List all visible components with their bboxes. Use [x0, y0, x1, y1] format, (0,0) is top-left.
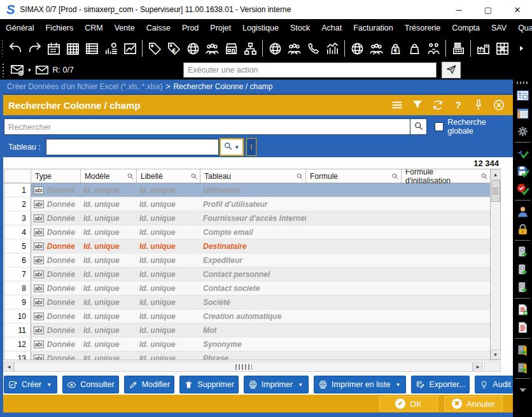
modifier-button[interactable]: Modifier: [124, 376, 174, 393]
menu-item-logistique[interactable]: Logistique: [237, 19, 284, 36]
scroll-up-icon[interactable]: ▲: [491, 169, 501, 180]
doc-icon[interactable]: [515, 320, 529, 334]
settings-gear-icon[interactable]: [515, 124, 529, 138]
list-icon[interactable]: [82, 39, 101, 57]
help-icon[interactable]: ?: [451, 99, 465, 112]
globe-icon[interactable]: [265, 39, 284, 57]
pin-icon[interactable]: [472, 99, 485, 112]
menu-item-qualit-[interactable]: Qualité: [512, 19, 532, 36]
annuler-button[interactable]: ✖Annuler: [444, 396, 503, 411]
imprimer-button[interactable]: Imprimer▼: [244, 376, 309, 393]
scroll-down-icon[interactable]: ▼: [491, 350, 501, 360]
data-table-icon[interactable]: [515, 106, 529, 120]
globe-icon[interactable]: [347, 39, 367, 57]
grid-check-icon[interactable]: [493, 39, 512, 57]
table-row[interactable]: 12abIDonnéeId. uniqueId. uniqueSynonyme: [4, 337, 490, 351]
drive-sync-icon[interactable]: [515, 280, 529, 294]
menu-item-g-n-ral[interactable]: Général: [0, 19, 39, 36]
hierarchy-icon[interactable]: [241, 39, 260, 57]
euro-bag-icon[interactable]: €: [386, 39, 405, 57]
more-down-icon[interactable]: [515, 383, 529, 397]
vertical-scroll-thumb[interactable]: [491, 180, 500, 202]
lock-icon[interactable]: [515, 222, 529, 236]
column-search-icon[interactable]: [296, 173, 304, 180]
panel-close-icon[interactable]: [492, 99, 505, 112]
trend-icon[interactable]: [120, 39, 139, 57]
menu-item-achat[interactable]: Achat: [316, 19, 347, 36]
archive-sync-icon[interactable]: [515, 360, 529, 374]
bag-icon[interactable]: [405, 39, 424, 57]
search-input[interactable]: [4, 118, 410, 135]
archive-sync-icon[interactable]: [515, 343, 529, 357]
column-header-libell-[interactable]: Libellé: [137, 169, 200, 183]
column-search-icon[interactable]: [127, 173, 134, 180]
contacts-icon[interactable]: [284, 39, 304, 57]
column-search-icon[interactable]: [190, 173, 198, 180]
table-options-button[interactable]: ⁞: [246, 138, 256, 156]
globe-icon[interactable]: [183, 39, 202, 57]
menu-item-fichiers[interactable]: Fichiers: [39, 19, 79, 36]
contacts-icon[interactable]: [367, 39, 386, 57]
minimize-button[interactable]: ─: [444, 0, 473, 19]
form-icon[interactable]: [515, 88, 529, 102]
table-row[interactable]: 1abIDonnéeId. uniqueId. uniqueUtilisateu…: [4, 183, 490, 197]
table-row[interactable]: 5abIDonnéeId. uniqueId. uniqueDestinatai…: [4, 239, 490, 253]
breadcrumb-parent[interactable]: Créer Données d'un fichier Excel (*.xls,…: [7, 82, 162, 91]
send-button[interactable]: [442, 62, 461, 78]
table-row[interactable]: 10abIDonnéeId. uniqueId. uniqueCreation …: [4, 309, 490, 323]
menu-item-caisse[interactable]: Caisse: [141, 19, 176, 36]
maximize-button[interactable]: ▢: [473, 0, 503, 19]
column-header-rownum[interactable]: [4, 169, 31, 183]
menu-item-tr-sorerie[interactable]: Trésorerie: [399, 19, 447, 36]
phone-icon[interactable]: [304, 39, 323, 57]
supprimer-button[interactable]: Supprimer: [179, 376, 239, 393]
scroll-left-icon[interactable]: ◄: [4, 362, 14, 372]
column-header-tableau[interactable]: Tableau: [200, 169, 306, 183]
menu-item-crm[interactable]: CRM: [79, 19, 108, 36]
global-search-checkbox[interactable]: [435, 122, 444, 131]
search-button[interactable]: [410, 118, 428, 135]
audit-button[interactable]: Audit: [475, 376, 515, 393]
planning-icon[interactable]: [63, 39, 82, 57]
table-row[interactable]: 7abIDonnéeId. uniqueId. uniqueContact pe…: [4, 267, 490, 281]
horizontal-scroll-thumb[interactable]: [14, 362, 473, 372]
ok-button[interactable]: ✔OK: [379, 396, 438, 411]
tag-icon[interactable]: [145, 39, 164, 57]
tag-euro-icon[interactable]: €: [164, 39, 183, 57]
imprimer-en-liste-button[interactable]: Imprimer en liste▼: [314, 376, 406, 393]
column-header-formule-d-initialisation[interactable]: Formule d'initialisation: [402, 169, 490, 183]
menu-item-sav[interactable]: SAV: [486, 19, 512, 36]
menu-item-vente[interactable]: Vente: [109, 19, 141, 36]
partners-icon[interactable]: [424, 39, 443, 57]
column-search-icon[interactable]: [480, 173, 488, 180]
register-icon[interactable]: [449, 39, 468, 57]
table-row[interactable]: 13abIDonnéeId. uniqueId. uniquePhrase: [4, 351, 490, 360]
drive-sync-icon[interactable]: [515, 244, 529, 258]
doc-add-icon[interactable]: [515, 302, 529, 316]
menu-icon[interactable]: [390, 99, 403, 112]
inbox-mail-icon[interactable]: [32, 62, 52, 78]
vertical-scrollbar[interactable]: ▲ ▼: [490, 169, 500, 360]
horizontal-scrollbar[interactable]: ◄ ►: [4, 361, 501, 372]
table-row[interactable]: 4abIDonnéeId. uniqueId. uniqueCompte ema…: [4, 225, 490, 239]
toolbar-drag-handle[interactable]: [2, 40, 3, 57]
save-check-icon[interactable]: [515, 164, 529, 178]
table-row[interactable]: 8abIDonnéeId. uniqueId. uniqueContact so…: [4, 281, 490, 295]
table-filter-input[interactable]: [46, 139, 219, 155]
new-mail-icon[interactable]: [8, 62, 27, 78]
table-row[interactable]: 2abIDonnéeId. uniqueId. uniqueProfil d'u…: [4, 197, 490, 211]
exporter--button[interactable]: Exporter...: [411, 376, 470, 393]
table-row[interactable]: 9abIDonnéeId. uniqueId. uniqueSociété: [4, 295, 490, 309]
drive-sync-icon[interactable]: [515, 262, 529, 276]
mail-caret-down-icon[interactable]: ▾: [28, 67, 31, 73]
consulter-button[interactable]: Consulter: [62, 376, 119, 393]
contacts-icon[interactable]: [202, 39, 221, 57]
run-check-icon[interactable]: [515, 146, 529, 160]
undo-icon[interactable]: [6, 39, 25, 57]
dashboard-icon[interactable]: [101, 39, 120, 57]
toolbar-overflow-icon[interactable]: [512, 39, 531, 57]
menu-item-stock[interactable]: Stock: [284, 19, 316, 36]
table-row[interactable]: 6abIDonnéeId. uniqueId. uniqueExpediteur: [4, 253, 490, 267]
status-check-icon[interactable]: [515, 182, 529, 196]
column-header-formule[interactable]: Formule: [306, 169, 402, 183]
